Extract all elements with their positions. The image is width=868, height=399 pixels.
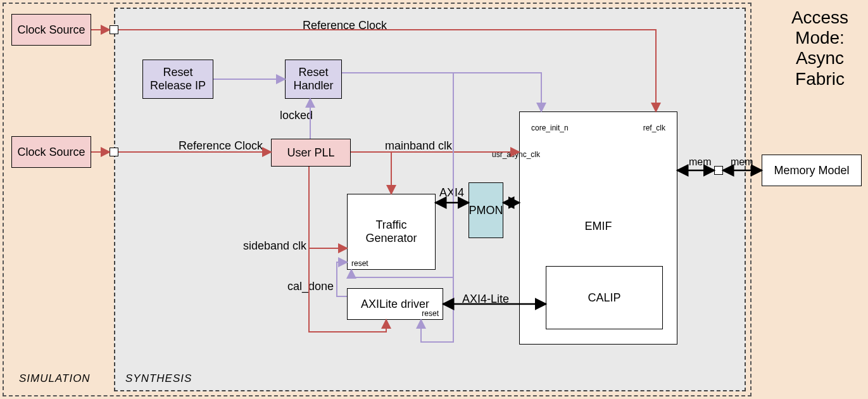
emif-label: EMIF — [585, 220, 612, 233]
emif-usr-async-clk: usr_async_clk — [492, 150, 540, 159]
cal-done-label: cal_done — [287, 280, 334, 293]
traffic-generator-label: Traffic Generator — [365, 218, 417, 245]
traffic-generator: Traffic Generator reset — [347, 194, 436, 270]
axilite-driver: AXILite driver reset — [347, 288, 443, 320]
port-top — [110, 25, 118, 34]
axilite-driver-reset: reset — [422, 309, 439, 318]
title-l4: Fabric — [795, 69, 845, 89]
user-pll: User PLL — [271, 139, 351, 167]
axilite-driver-label: AXILite driver — [361, 298, 429, 311]
title-l3: Async — [796, 48, 844, 68]
clock-source-top: Clock Source — [11, 14, 91, 46]
ref-clock-top-label: Reference Clock — [303, 19, 387, 32]
clock-source-bottom: Clock Source — [11, 136, 91, 168]
calip: CALIP — [546, 266, 663, 329]
mainband-clk-label: mainband clk — [385, 139, 452, 153]
pmon: PMON — [469, 182, 503, 238]
emif-ref-clk: ref_clk — [643, 124, 665, 132]
locked-label: locked — [280, 109, 313, 122]
simulation-label: SIMULATION — [19, 372, 91, 385]
reset-release-ip: Reset Release IP — [142, 60, 213, 99]
reset-handler: Reset Handler — [285, 60, 342, 99]
title-l2: Mode: — [795, 28, 845, 48]
mem-left-label: mem — [689, 156, 712, 168]
mem-right-label: mem — [731, 156, 753, 168]
emif-core-init-n: core_init_n — [531, 124, 569, 132]
memory-model: Memory Model — [762, 155, 862, 186]
axi4-label: AXI4 — [439, 186, 464, 200]
title: Access Mode: Async Fabric — [772, 8, 867, 89]
synthesis-label: SYNTHESIS — [125, 372, 192, 385]
traffic-generator-reset: reset — [351, 259, 368, 268]
port-mem — [714, 166, 723, 175]
title-l1: Access — [791, 8, 848, 27]
port-mid — [110, 148, 118, 156]
sideband-clk-label: sideband clk — [243, 239, 306, 253]
axi4-lite-label: AXI4-Lite — [462, 293, 509, 306]
ref-clock-mid-label: Reference Clock — [179, 139, 263, 153]
